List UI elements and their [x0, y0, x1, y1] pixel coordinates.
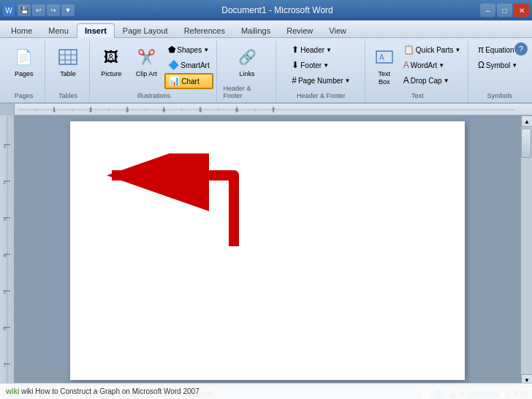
dropcap-button[interactable]: A Drop Cap ▼ — [400, 73, 465, 88]
wikihow-logo: wiki — [6, 387, 20, 395]
tab-references[interactable]: References — [176, 23, 233, 37]
chart-icon: 📊 — [169, 76, 180, 86]
footer-icon: ⬇ — [292, 60, 299, 70]
links-group-label: Header & Footer — [223, 85, 270, 101]
window-title: Document1 - Microsoft Word — [221, 5, 333, 15]
customize-quick-btn[interactable]: ▼ — [61, 4, 75, 16]
scroll-track — [521, 127, 532, 374]
svg-text:7: 7 — [272, 107, 276, 113]
svg-text:4: 4 — [162, 107, 166, 113]
symbols-group-label: Symbols — [487, 92, 512, 101]
picture-icon: 🖼 — [99, 45, 123, 69]
smartart-button[interactable]: 🔷 SmartArt — [164, 58, 213, 72]
wikihow-bar: wiki wiki How to Construct a Graph on Mi… — [0, 383, 532, 399]
illustrations-group-label: Illustrations — [137, 92, 171, 101]
textbox-icon: A — [373, 45, 396, 69]
ribbon-group-table: Table Tables — [47, 41, 89, 102]
textbox-button[interactable]: A Text Box — [370, 42, 398, 89]
pagenumber-button[interactable]: # Page Number ▼ — [288, 73, 354, 88]
svg-text:2: 2 — [89, 107, 93, 113]
shapes-button[interactable]: ⬟ Shapes ▼ — [164, 42, 213, 57]
horizontal-ruler: 1 2 3 4 5 6 7 — [0, 104, 532, 115]
illus-small-col: ⬟ Shapes ▼ 🔷 SmartArt 📊 Chart — [164, 42, 213, 89]
header-icon: ⬆ — [292, 45, 299, 55]
links-icon: 🔗 — [235, 45, 259, 69]
hf-group-label: Header & Footer — [297, 92, 346, 101]
pages-group-label: Pages — [15, 92, 34, 101]
tab-mailings[interactable]: Mailings — [233, 23, 278, 37]
svg-text:A: A — [379, 53, 384, 61]
wikihow-text: wiki How to Construct a Graph on Microso… — [21, 387, 200, 395]
ribbon-group-pages: 📄 Pages Pages — [3, 41, 45, 102]
window-controls: – □ ✕ — [480, 4, 529, 17]
clipart-icon: ✂️ — [134, 45, 158, 69]
scroll-thumb[interactable] — [521, 129, 531, 158]
tab-view[interactable]: View — [321, 23, 354, 37]
hf-content: ⬆ Header ▼ ⬇ Footer ▼ # Page Number ▼ — [288, 42, 354, 91]
ribbon-group-illustrations: 🖼 Picture ✂️ Clip Art ⬟ Shapes ▼ 🔷 Smart… — [91, 41, 218, 102]
symbol-button[interactable]: Ω Symbol ▼ — [474, 58, 525, 72]
svg-text:6: 6 — [3, 325, 7, 332]
svg-text:2: 2 — [3, 179, 7, 186]
tab-menu[interactable]: Menu — [40, 23, 77, 37]
smartart-icon: 🔷 — [168, 60, 179, 70]
table-content: Table — [51, 42, 85, 91]
svg-text:7: 7 — [3, 362, 7, 368]
dropcap-icon: A — [403, 75, 409, 86]
document-page — [70, 121, 465, 380]
svg-text:4: 4 — [3, 252, 7, 259]
chart-button[interactable]: 📊 Chart — [164, 73, 213, 89]
text-group-label: Text — [411, 92, 424, 101]
minimize-button[interactable]: – — [480, 4, 495, 17]
vertical-ruler: 1 2 3 4 5 6 7 — [0, 115, 15, 386]
save-quick-btn[interactable]: 💾 — [18, 4, 31, 16]
svg-text:1: 1 — [53, 107, 56, 113]
illustrations-content: 🖼 Picture ✂️ Clip Art ⬟ Shapes ▼ 🔷 Smart… — [94, 42, 213, 91]
quickparts-icon: 📋 — [403, 45, 414, 55]
pages-icon: 📄 — [12, 45, 36, 69]
wordart-icon: A — [403, 60, 409, 70]
clipart-button[interactable]: ✂️ Clip Art — [129, 42, 163, 81]
table-button[interactable]: Table — [51, 42, 85, 81]
ribbon-group-links: 🔗 Links Header & Footer — [218, 41, 276, 102]
help-button[interactable]: ? — [514, 42, 528, 56]
tab-insert[interactable]: Insert — [77, 23, 115, 38]
pages-content: 📄 Pages — [7, 42, 41, 91]
pagenumber-icon: # — [292, 75, 297, 86]
document-area — [15, 115, 520, 386]
quickparts-button[interactable]: 📋 Quick Parts ▼ — [400, 42, 465, 57]
header-button[interactable]: ⬆ Header ▼ — [288, 42, 354, 57]
pages-button[interactable]: 📄 Pages — [7, 42, 41, 81]
footer-button[interactable]: ⬇ Footer ▼ — [288, 58, 354, 72]
redo-quick-btn[interactable]: ↪ — [47, 4, 60, 16]
ribbon: 📄 Pages Pages Table Tabl — [0, 38, 532, 104]
text-col: 📋 Quick Parts ▼ A WordArt ▼ A Drop Cap ▼ — [400, 42, 465, 88]
svg-text:5: 5 — [199, 107, 202, 113]
equation-icon: π — [478, 45, 484, 55]
svg-text:5: 5 — [3, 289, 7, 295]
wordart-button[interactable]: A WordArt ▼ — [400, 58, 465, 72]
svg-text:1: 1 — [3, 142, 7, 149]
tab-pagelayout[interactable]: Page Layout — [115, 23, 176, 37]
vertical-scrollbar[interactable]: ▲ ▼ — [520, 115, 532, 386]
close-button[interactable]: ✕ — [514, 4, 529, 17]
links-button[interactable]: 🔗 Links — [230, 42, 264, 81]
svg-rect-0 — [59, 50, 77, 64]
undo-quick-btn[interactable]: ↩ — [32, 4, 45, 16]
maximize-button[interactable]: □ — [497, 4, 512, 17]
tab-home[interactable]: Home — [3, 23, 40, 37]
svg-text:6: 6 — [235, 107, 239, 113]
links-content: 🔗 Links — [230, 42, 264, 83]
ruler-marks: 1 2 3 4 5 6 7 — [15, 104, 532, 115]
picture-button[interactable]: 🖼 Picture — [94, 42, 128, 81]
symbol-icon: Ω — [478, 60, 484, 70]
text-content: A Text Box 📋 Quick Parts ▼ A WordArt ▼ A — [370, 42, 465, 91]
svg-text:3: 3 — [3, 216, 7, 222]
tab-review[interactable]: Review — [278, 23, 321, 37]
shapes-icon: ⬟ — [168, 45, 175, 55]
table-group-label: Tables — [58, 92, 77, 101]
scroll-up-button[interactable]: ▲ — [521, 115, 532, 127]
word-icon: W — [3, 4, 15, 16]
svg-text:3: 3 — [126, 107, 129, 113]
hf-col: ⬆ Header ▼ ⬇ Footer ▼ # Page Number ▼ — [288, 42, 354, 88]
